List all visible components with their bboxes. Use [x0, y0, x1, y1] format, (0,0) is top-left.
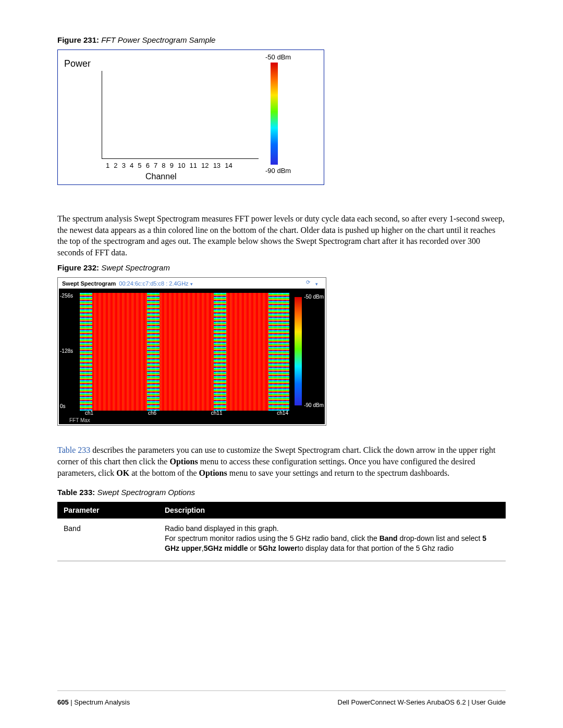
table-header-description: Description [158, 502, 506, 519]
figure232-colorbar [295, 297, 302, 405]
page-footer: 605 | Spectrum Analysis Dell PowerConnec… [57, 690, 506, 706]
figure232-canvas: -256s -128s 0s -50 dBm -90 dBm ch [59, 289, 325, 424]
figure231-axes [102, 71, 259, 159]
figure232-xlabel: ch1 [85, 410, 93, 416]
table-header-parameter: Parameter [57, 502, 158, 519]
table233-caption: Table 233: Swept Spectrogram Options [57, 488, 506, 497]
table233-link[interactable]: Table 233 [57, 446, 90, 454]
footer-left: 605 | Spectrum Analysis [57, 698, 130, 706]
figure232-colorbar-top-label: -50 dBm [304, 294, 324, 300]
footer-sep: | [69, 698, 75, 706]
xtick: 8 [162, 162, 165, 169]
figure231-xticks: 1 2 3 4 5 6 7 8 9 10 11 12 13 14 [106, 162, 262, 169]
figure232-ylabel: 0s [60, 403, 66, 409]
figure231-ylabel: Power [64, 58, 91, 69]
figure232-device-label: 00:24:6c:c7:d5:c8 : 2.4GHz [119, 280, 188, 287]
figure232-fftmax-label: FFT Max [69, 417, 90, 423]
chart-menu-dropdown[interactable]: ▾ [315, 280, 322, 287]
xtick: 7 [154, 162, 157, 169]
figure232-spectrogram [80, 293, 289, 411]
xtick: 9 [170, 162, 174, 169]
figure231-caption: Figure 231: FFT Power Spectrogram Sample [57, 35, 506, 44]
figure231-chart: Power 1 2 3 4 5 6 7 8 9 10 11 12 13 14 C… [57, 50, 324, 185]
figure232-title: Swept Spectrogram [62, 280, 116, 287]
footer-right: Dell PowerConnect W-Series ArubaOS 6.2 |… [338, 698, 506, 706]
xtick: 2 [114, 162, 117, 169]
table233: Parameter Description Band Radio band di… [57, 502, 506, 561]
paragraph-options-description: Table 233 describes the parameters you c… [57, 445, 506, 478]
figure232-caption-bold: Figure 232: [57, 263, 99, 272]
xtick: 1 [106, 162, 109, 169]
xtick: 3 [122, 162, 126, 169]
xtick: 6 [146, 162, 150, 169]
xtick: 14 [225, 162, 232, 169]
figure231-xlabel: Channel [145, 172, 177, 181]
table-row: Band Radio band displayed in this graph.… [57, 519, 506, 561]
figure231-colorbar-bottom-label: -90 dBm [265, 167, 291, 175]
figure232-xlabel: ch14 [277, 410, 288, 416]
refresh-icon[interactable] [306, 280, 312, 287]
table-header-row: Parameter Description [57, 502, 506, 519]
figure231-colorbar-top-label: -50 dBm [265, 53, 291, 61]
document-page: Figure 231: FFT Power Spectrogram Sample… [0, 0, 563, 728]
figure231-caption-bold: Figure 231: [57, 35, 99, 44]
figure232-caption: Figure 232: Swept Spectrogram [57, 263, 506, 272]
figure232-xlabel: ch11 [211, 410, 223, 416]
table233-caption-ital: Swept Spectrogram Options [95, 488, 195, 497]
figure232-xlabel: ch6 [148, 410, 156, 416]
xtick: 5 [138, 162, 141, 169]
figure232-chart: Swept Spectrogram 00:24:6c:c7:d5:c8 : 2.… [57, 277, 326, 426]
xtick: 10 [178, 162, 185, 169]
xtick: 12 [201, 162, 209, 169]
xtick: 13 [213, 162, 221, 169]
cell-description: Radio band displayed in this graph. For … [158, 519, 506, 561]
figure231-colorbar [271, 63, 278, 165]
figure231-caption-ital: FFT Power Spectrogram Sample [99, 35, 215, 44]
xtick: 4 [130, 162, 133, 169]
figure232-header: Swept Spectrogram 00:24:6c:c7:d5:c8 : 2.… [59, 279, 325, 289]
figure231-plot-area: Power 1 2 3 4 5 6 7 8 9 10 11 12 13 14 C… [67, 55, 260, 174]
cell-parameter: Band [57, 519, 158, 561]
figure231-colorbar-zone: -50 dBm -90 dBm [260, 53, 312, 184]
figure232-caption-ital: Swept Spectrogram [99, 263, 170, 272]
figure232-ylabel: -256s [60, 293, 73, 299]
chevron-down-icon: ▾ [190, 281, 193, 287]
chevron-down-icon: ▾ [315, 281, 318, 287]
xtick: 11 [190, 162, 197, 169]
figure232-ylabel: -128s [60, 348, 73, 354]
figure232-colorbar-bottom-label: -90 dBm [304, 402, 324, 408]
paragraph-swept-description: The spectrum analysis Swept Spectrogram … [57, 213, 506, 258]
footer-section: Spectrum Analysis [74, 698, 130, 706]
figure232-xscale: ch1 ch6 ch11 ch14 [85, 410, 288, 416]
table233-caption-bold: Table 233: [57, 488, 95, 497]
page-number: 605 [57, 698, 69, 706]
figure232-device-dropdown[interactable]: 00:24:6c:c7:d5:c8 : 2.4GHz ▾ [119, 280, 192, 287]
